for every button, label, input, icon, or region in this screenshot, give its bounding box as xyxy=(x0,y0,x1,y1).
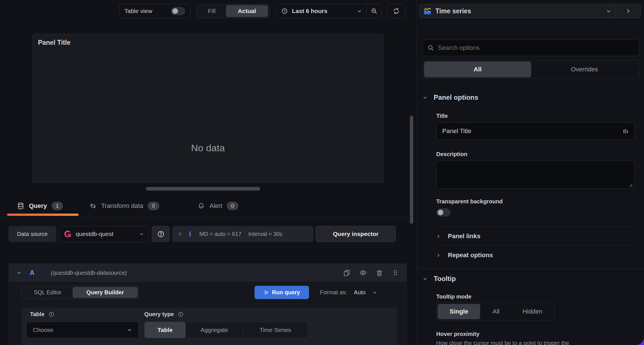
table-field-label: Table xyxy=(30,311,54,318)
tab-query-label: Query xyxy=(29,202,47,210)
tab-transform-data[interactable]: Transform data 0 xyxy=(89,198,159,214)
query-options-summary[interactable]: MD = auto = 617 Interval = 30s xyxy=(172,226,313,242)
panel-options-title: Panel options xyxy=(434,93,478,101)
time-range-label: Last 6 hours xyxy=(292,8,327,14)
table-select[interactable]: Choose xyxy=(26,322,139,338)
collapse-chevron-icon[interactable] xyxy=(16,270,22,276)
info-icon[interactable] xyxy=(178,311,184,317)
search-options-box[interactable] xyxy=(423,40,639,56)
no-data-text: No data xyxy=(33,142,383,154)
database-icon xyxy=(17,202,24,210)
magnifier-minus-icon xyxy=(371,8,378,14)
zoom-out-button[interactable] xyxy=(367,4,382,18)
sql-editor-button[interactable]: SQL Editor xyxy=(23,287,73,298)
repeat-options-label: Repeat options xyxy=(448,252,493,259)
play-icon xyxy=(264,290,269,295)
search-icon xyxy=(427,44,434,51)
actual-button[interactable]: Actual xyxy=(226,5,268,17)
panel-options-header[interactable]: Panel options xyxy=(423,91,478,104)
options-pane: Time series All Overrides xyxy=(416,0,644,345)
filter-tab-all[interactable]: All xyxy=(424,61,531,77)
table-view-toggle[interactable] xyxy=(171,7,185,15)
table-view-label: Table view xyxy=(124,8,152,14)
tooltip-mode-single[interactable]: Single xyxy=(438,304,480,319)
run-query-button[interactable]: Run query xyxy=(255,286,309,299)
remove-query-trash-icon[interactable] xyxy=(376,269,383,277)
chevron-right-icon xyxy=(436,253,440,257)
query-type-aggregate[interactable]: Aggregate xyxy=(186,322,243,338)
tabs-divider xyxy=(0,217,414,217)
query-type-time-series[interactable]: Time Series xyxy=(243,322,308,338)
query-editor-container: A (questdb-questdb-datasource) xyxy=(9,263,407,345)
section-divider xyxy=(416,269,644,269)
clipped-spinner-icon xyxy=(189,230,192,238)
tooltip-mode-group: Single All Hidden xyxy=(436,303,554,321)
tab-transform-label: Transform data xyxy=(101,202,143,210)
query-builder-button[interactable]: Query Builder xyxy=(73,287,138,298)
query-type-table[interactable]: Table xyxy=(145,322,186,338)
questdb-logo-icon xyxy=(63,230,72,238)
interval-stat: Interval = 30s xyxy=(248,231,283,237)
tab-query-badge: 1 xyxy=(52,202,63,210)
format-as-control[interactable]: Format as: Auto xyxy=(320,286,377,299)
chevron-down-icon xyxy=(606,8,611,14)
description-label: Description xyxy=(436,151,467,157)
bell-icon xyxy=(198,202,205,210)
table-select-value: Choose xyxy=(33,327,53,333)
visualization-picker: Time series xyxy=(419,4,641,18)
data-source-picker[interactable]: questdb-quest xyxy=(59,226,149,242)
visualization-select[interactable]: Time series xyxy=(420,4,615,18)
time-picker-group: Last 6 hours xyxy=(276,4,382,18)
query-row-header[interactable]: A (questdb-questdb-datasource) xyxy=(9,264,406,282)
panel-links-label: Panel links xyxy=(448,233,480,240)
query-builder-panel: Table Query type Choose xyxy=(22,308,397,345)
fill-actual-group: Fill Actual xyxy=(196,4,270,18)
resize-handle-icon[interactable] xyxy=(628,182,633,187)
run-query-label: Run query xyxy=(272,289,300,296)
viz-expand-button[interactable] xyxy=(616,4,641,18)
tooltip-mode-hidden[interactable]: Hidden xyxy=(512,304,553,319)
tab-query[interactable]: Query 1 xyxy=(17,198,63,214)
description-textarea[interactable] xyxy=(437,161,634,188)
tooltip-mode-all[interactable]: All xyxy=(480,304,512,319)
panel-title-input[interactable] xyxy=(442,127,622,135)
time-series-icon xyxy=(423,7,431,15)
chevron-down-icon xyxy=(357,8,362,14)
table-view-toggle-button[interactable]: Table view xyxy=(119,4,190,18)
search-options-input[interactable] xyxy=(438,44,634,52)
repeat-options-row[interactable]: Repeat options xyxy=(436,246,635,265)
horizontal-scrollbar[interactable] xyxy=(146,187,260,191)
chevron-right-icon xyxy=(436,234,440,238)
time-range-picker[interactable]: Last 6 hours xyxy=(277,4,367,18)
fill-button[interactable]: Fill xyxy=(198,5,226,17)
suggestions-bars-icon[interactable] xyxy=(622,128,629,134)
tab-alert-badge: 0 xyxy=(227,202,238,210)
transparent-background-toggle[interactable] xyxy=(436,208,450,216)
panel-title-field xyxy=(436,122,635,140)
drag-handle-icon[interactable] xyxy=(392,269,399,276)
filter-tab-overrides[interactable]: Overrides xyxy=(531,61,638,77)
query-inspector-label: Query inspector xyxy=(333,231,378,237)
clock-icon xyxy=(281,8,288,14)
query-ref-id[interactable]: A xyxy=(30,269,35,277)
data-source-label-chip: Data source xyxy=(9,226,56,242)
datasource-help-button[interactable] xyxy=(152,226,170,242)
refresh-button[interactable] xyxy=(387,4,405,18)
chevron-down-icon xyxy=(423,276,427,281)
query-editor-body: SQL Editor Query Builder Run query Forma… xyxy=(9,282,406,345)
duplicate-query-icon[interactable] xyxy=(343,269,351,277)
data-source-label: Data source xyxy=(17,231,48,237)
hover-proximity-label: Hover proximity xyxy=(436,331,479,337)
info-icon[interactable] xyxy=(48,311,54,317)
query-type-label: Query type xyxy=(144,311,174,318)
panel-preview[interactable]: Panel Title No data xyxy=(33,34,383,183)
panel-links-row[interactable]: Panel links xyxy=(436,227,635,246)
hide-response-eye-icon[interactable] xyxy=(359,269,367,277)
tooltip-header[interactable]: Tooltip xyxy=(423,272,456,285)
query-inspector-button[interactable]: Query inspector xyxy=(316,226,396,242)
tab-alert[interactable]: Alert 0 xyxy=(198,198,238,214)
panel-preview-title: Panel Title xyxy=(38,39,71,46)
query-datasource-hint: (questdb-questdb-datasource) xyxy=(51,270,127,276)
vertical-scrollbar[interactable] xyxy=(410,116,413,224)
table-label: Table xyxy=(30,311,45,318)
